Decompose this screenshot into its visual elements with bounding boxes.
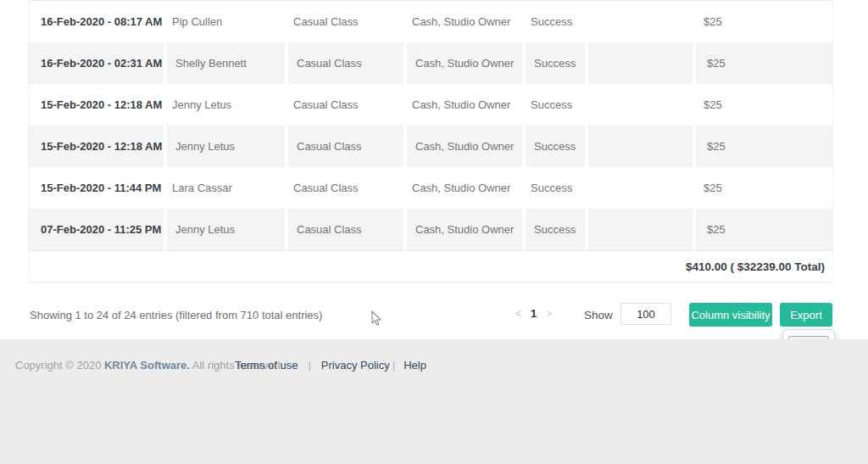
site-footer: Copyright © 2020 KRIYA Software. All rig… — [0, 339, 868, 464]
cell-amount: $25 — [693, 126, 832, 167]
cell-extra — [585, 84, 693, 126]
table-row[interactable]: 15-Feb-2020 - 11:44 PM Lara Cassar Casua… — [29, 167, 832, 209]
cell-class-type: Casual Class — [285, 42, 403, 84]
table-row[interactable]: 15-Feb-2020 - 12:18 AM Jenny Letus Casua… — [29, 84, 832, 126]
cell-client-name: Lara Cassar — [164, 167, 285, 209]
cell-class-type: Casual Class — [285, 84, 403, 126]
cell-extra — [585, 167, 693, 209]
cell-date: 15-Feb-2020 - 12:18 AM — [29, 84, 164, 126]
cell-amount: $25 — [693, 209, 832, 250]
total-spacer — [29, 250, 585, 282]
show-entries-label: Show — [584, 309, 613, 321]
cell-extra — [585, 209, 693, 250]
payments-report-page: 16-Feb-2020 - 08:17 AM Pip Cullen Casual… — [0, 0, 868, 464]
mouse-cursor-icon — [370, 310, 382, 327]
cell-payment-method: Cash, Studio Owner — [403, 84, 522, 126]
total-amount: $410.00 ( $32239.00 Total) — [585, 250, 832, 282]
cell-client-name: Pip Cullen — [164, 1, 285, 42]
cell-payment-method: Cash, Studio Owner — [403, 1, 522, 42]
cell-class-type: Casual Class — [285, 1, 403, 42]
show-entries-input[interactable] — [620, 303, 671, 325]
cell-status: Success — [522, 84, 585, 126]
current-page-number[interactable]: 1 — [531, 307, 537, 320]
cell-payment-method: Cash, Studio Owner — [403, 167, 522, 209]
link-separator: | — [392, 359, 395, 372]
cell-client-name: Jenny Letus — [164, 209, 285, 250]
cell-amount: $25 — [693, 42, 832, 84]
cell-status: Success — [522, 1, 585, 42]
table-row[interactable]: 16-Feb-2020 - 02:31 AM Shelly Bennett Ca… — [29, 42, 832, 84]
brand-name: KRIYA Software. — [104, 359, 190, 372]
previous-page-button[interactable]: < — [515, 308, 521, 320]
help-link[interactable]: Help — [403, 359, 426, 372]
cell-payment-method: Cash, Studio Owner — [403, 126, 522, 167]
footer-links: Terms of use | Privacy Policy | Help — [235, 359, 426, 372]
cell-payment-method: Cash, Studio Owner — [403, 209, 522, 250]
cell-date: 16-Feb-2020 - 08:17 AM — [29, 1, 164, 42]
cell-extra — [585, 42, 693, 84]
cell-extra — [585, 126, 693, 167]
link-separator: | — [308, 359, 310, 372]
entries-info: Showing 1 to 24 of 24 entries (filtered … — [30, 309, 322, 321]
table-row[interactable]: 15-Feb-2020 - 12:18 AM Jenny Letus Casua… — [29, 126, 832, 167]
cell-amount: $25 — [693, 1, 832, 42]
column-visibility-button[interactable]: Column visibility — [689, 303, 772, 327]
cell-client-name: Jenny Letus — [164, 126, 285, 167]
cell-date: 16-Feb-2020 - 02:31 AM — [29, 42, 164, 84]
cell-class-type: Casual Class — [285, 167, 403, 209]
cell-date: 15-Feb-2020 - 11:44 PM — [29, 167, 164, 209]
cell-date: 15-Feb-2020 - 12:18 AM — [29, 126, 164, 167]
next-page-button[interactable]: > — [546, 308, 552, 320]
cell-date: 07-Feb-2020 - 11:25 PM — [29, 209, 164, 250]
cell-class-type: Casual Class — [285, 209, 403, 250]
cell-status: Success — [522, 42, 585, 84]
transactions-table: 16-Feb-2020 - 08:17 AM Pip Cullen Casual… — [28, 0, 832, 282]
pagination: < 1 > — [515, 307, 552, 320]
cell-class-type: Casual Class — [285, 126, 403, 167]
export-button[interactable]: Export — [780, 303, 832, 327]
table-row[interactable]: 07-Feb-2020 - 11:25 PM Jenny Letus Casua… — [29, 209, 832, 250]
privacy-policy-link[interactable]: Privacy Policy — [321, 359, 390, 372]
table-footer-row: $410.00 ( $32239.00 Total) — [29, 250, 832, 282]
cell-amount: $25 — [693, 167, 832, 209]
cell-payment-method: Cash, Studio Owner — [403, 42, 522, 84]
cell-status: Success — [522, 209, 585, 250]
terms-of-use-link[interactable]: Terms of use — [235, 359, 298, 372]
cell-status: Success — [522, 167, 585, 209]
cell-client-name: Jenny Letus — [164, 84, 285, 126]
table-row[interactable]: 16-Feb-2020 - 08:17 AM Pip Cullen Casual… — [29, 1, 832, 42]
cell-amount: $25 — [693, 84, 832, 126]
cell-extra — [585, 1, 693, 42]
cell-client-name: Shelly Bennett — [164, 42, 285, 84]
cell-status: Success — [522, 126, 585, 167]
